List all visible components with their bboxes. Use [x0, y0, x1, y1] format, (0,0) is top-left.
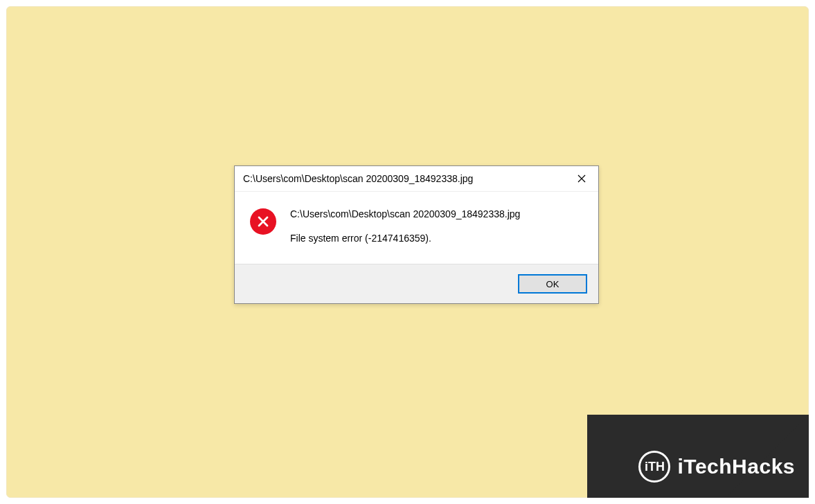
ok-button[interactable]: OK [518, 274, 587, 294]
dialog-footer: OK [235, 264, 598, 303]
error-text: File system error (-2147416359). [290, 231, 584, 246]
watermark-brand: iTechHacks [677, 455, 795, 478]
error-dialog: C:\Users\com\Desktop\scan 20200309_18492… [234, 165, 599, 304]
background-frame: C:\Users\com\Desktop\scan 20200309_18492… [6, 6, 809, 498]
message-path: C:\Users\com\Desktop\scan 20200309_18492… [290, 207, 584, 222]
watermark: iTH iTechHacks [518, 415, 809, 498]
dialog-titlebar: C:\Users\com\Desktop\scan 20200309_18492… [235, 166, 598, 192]
dialog-title: C:\Users\com\Desktop\scan 20200309_18492… [243, 173, 571, 184]
dialog-content: C:\Users\com\Desktop\scan 20200309_18492… [235, 192, 598, 264]
error-icon [250, 208, 276, 235]
close-button[interactable] [571, 170, 593, 187]
watermark-logo: iTH [638, 451, 670, 483]
dialog-message: C:\Users\com\Desktop\scan 20200309_18492… [290, 207, 584, 246]
close-icon [577, 174, 586, 183]
